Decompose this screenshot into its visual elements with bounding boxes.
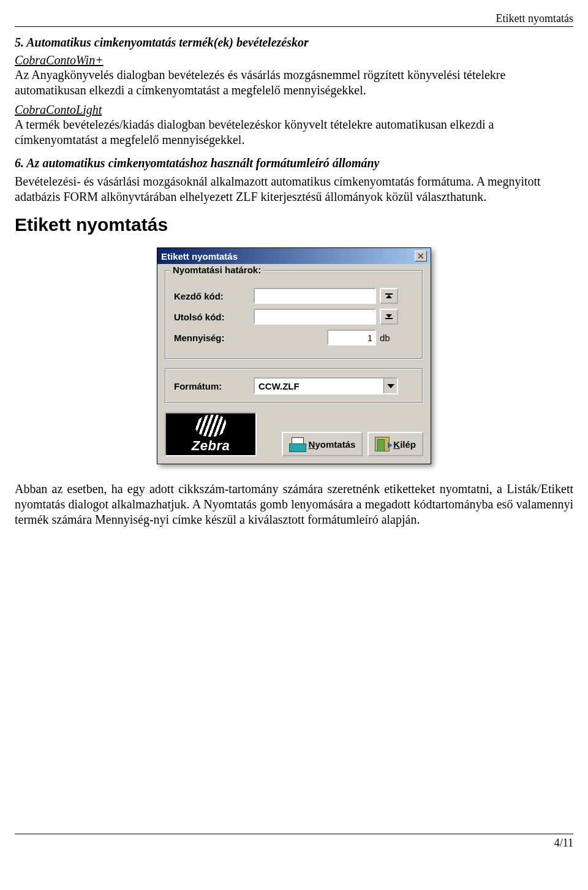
format-value: CCW.ZLF: [255, 380, 383, 393]
section-6-title: 6. Az automatikus cimkenyomtatáshoz hasz…: [15, 156, 573, 170]
bar-icon: [385, 318, 393, 319]
arrow-up-icon: [386, 295, 392, 298]
dialog-titlebar: Etikett nyomtatás ✕: [157, 248, 431, 264]
page-number: 4/11: [15, 837, 573, 850]
paragraph-1: Az Anyagkönyvelés dialogban bevételezés …: [15, 67, 573, 98]
dialog-screenshot: Etikett nyomtatás ✕ Nyomtatási határok: …: [15, 247, 573, 464]
end-code-input[interactable]: [254, 309, 376, 325]
label-start-code: Kezdő kód:: [174, 291, 254, 301]
label-format: Formátum:: [174, 381, 254, 391]
paragraph-3: Bevételezési- és vásárlási mozgásoknál a…: [15, 174, 573, 205]
triangle-down-icon: [387, 384, 394, 388]
paragraph-2: A termék bevételezés/kiadás dialogban be…: [15, 117, 573, 148]
link-cobracontowin: CobraContoWin+: [15, 53, 573, 67]
group-legend: Nyomtatási határok:: [170, 265, 263, 275]
go-bottom-button[interactable]: [380, 309, 398, 325]
group-format: Formátum: CCW.ZLF: [165, 368, 423, 404]
exit-icon: [375, 437, 390, 451]
printer-icon: [289, 437, 305, 451]
quantity-input[interactable]: [327, 330, 376, 345]
start-code-input[interactable]: [254, 288, 376, 304]
page-title: Etikett nyomtatás: [15, 214, 573, 235]
format-combobox[interactable]: CCW.ZLF: [254, 377, 398, 394]
zebra-head-icon: [195, 415, 226, 437]
go-top-button[interactable]: [380, 288, 398, 304]
link-cobracontolight: CobraContoLight: [15, 103, 573, 117]
close-icon[interactable]: ✕: [415, 251, 427, 262]
group-print-limits: Nyomtatási határok: Kezdő kód: Utolsó: [165, 270, 423, 360]
print-button-label: Nyomtatás: [309, 439, 356, 450]
zebra-logo-text: Zebra: [192, 438, 230, 454]
label-end-code: Utolsó kód:: [174, 312, 254, 322]
paragraph-4: Abban az esetben, ha egy adott cikkszám-…: [15, 481, 573, 527]
etikett-nyomtatas-dialog: Etikett nyomtatás ✕ Nyomtatási határok: …: [157, 247, 431, 464]
divider-bottom: [15, 834, 573, 834]
unit-label: db: [380, 333, 390, 343]
running-header: Etikett nyomtatás: [15, 12, 573, 25]
label-quantity: Mennyiség:: [174, 333, 254, 343]
exit-button[interactable]: Kilép: [368, 432, 423, 456]
divider-top: [15, 26, 573, 27]
exit-button-label: Kilép: [393, 439, 416, 450]
dialog-title: Etikett nyomtatás: [161, 251, 238, 262]
zebra-logo: Zebra: [165, 412, 257, 456]
section-5-title: 5. Automatikus cimkenyomtatás termék(ek)…: [15, 36, 573, 50]
print-button[interactable]: Nyomtatás: [282, 432, 363, 456]
chevron-down-icon[interactable]: [383, 379, 397, 393]
